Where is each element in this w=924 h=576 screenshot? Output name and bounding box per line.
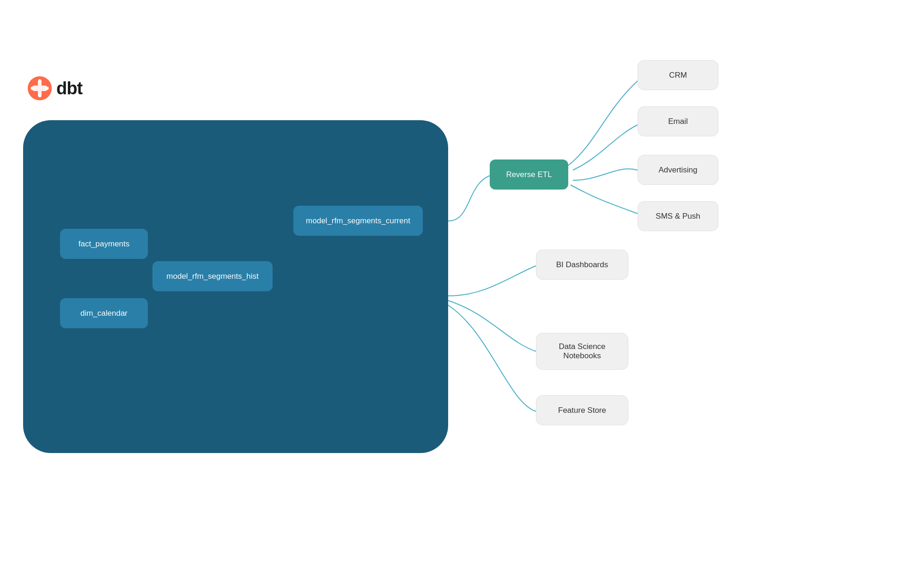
logo-area: dbt bbox=[28, 76, 82, 100]
svg-point-4 bbox=[31, 87, 34, 90]
diagram-container: dbt fact_payments dim_calendar model_rfm… bbox=[0, 0, 924, 576]
node-dim-calendar[interactable]: dim_calendar bbox=[60, 298, 148, 328]
node-email[interactable]: Email bbox=[638, 106, 718, 136]
node-reverse-etl[interactable]: Reverse ETL bbox=[490, 159, 568, 190]
node-sms-push[interactable]: SMS & Push bbox=[638, 201, 718, 231]
node-model-rfm-current[interactable]: model_rfm_segments_current bbox=[293, 206, 423, 236]
svg-point-2 bbox=[46, 87, 49, 90]
svg-point-3 bbox=[38, 94, 42, 98]
node-crm[interactable]: CRM bbox=[638, 60, 718, 90]
node-model-rfm-hist[interactable]: model_rfm_segments_hist bbox=[152, 261, 273, 291]
node-bi-dashboards[interactable]: BI Dashboards bbox=[536, 250, 628, 280]
node-feature-store[interactable]: Feature Store bbox=[536, 395, 628, 425]
svg-point-1 bbox=[38, 80, 42, 83]
node-advertising[interactable]: Advertising bbox=[638, 155, 718, 185]
logo-text: dbt bbox=[56, 79, 82, 98]
node-data-science[interactable]: Data Science Notebooks bbox=[536, 333, 628, 370]
node-fact-payments[interactable]: fact_payments bbox=[60, 229, 148, 259]
dbt-logo-icon bbox=[28, 76, 52, 100]
